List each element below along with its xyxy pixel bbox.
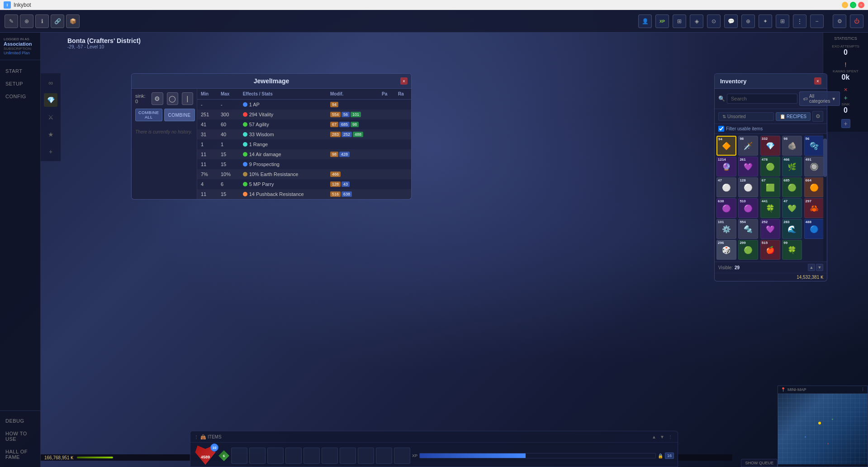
inv-item-18[interactable]: 47 💚 <box>782 198 802 218</box>
item-count-6: 261 <box>740 157 745 162</box>
jewel-slot-3[interactable]: | <box>182 92 193 105</box>
toolbar-star-btn[interactable]: ✦ <box>759 14 772 28</box>
nav-infinity-btn[interactable]: ∞ <box>44 76 57 90</box>
combine-all-button[interactable]: COMBINE ALL <box>135 109 162 121</box>
inventory-nav-up[interactable]: ▲ <box>808 264 815 271</box>
inv-item-21[interactable]: 554 🔩 <box>738 219 758 239</box>
toolbar-dots-btn[interactable]: ⋮ <box>793 14 806 28</box>
jewel-slot-2[interactable]: ◯ <box>167 92 178 105</box>
nav-plus-btn[interactable]: + <box>44 145 57 158</box>
inv-item-14[interactable]: 664 🟠 <box>804 177 824 197</box>
toolbar-box-btn[interactable]: 📦 <box>66 14 80 28</box>
inventory-search-input[interactable] <box>727 94 797 104</box>
inventory-nav-down[interactable]: ▼ <box>816 264 823 271</box>
item-slot-6[interactable] <box>322 448 338 464</box>
toolbar-settings-btn[interactable]: ⚙ <box>833 14 846 28</box>
inv-item-28[interactable]: 99 🍀 <box>782 240 802 260</box>
toolbar-grid2-btn[interactable]: ⊞ <box>776 14 789 28</box>
inv-item-3[interactable]: 98 🪨 <box>782 136 802 156</box>
items-nav-up[interactable]: ▲ <box>650 433 658 440</box>
inv-item-16[interactable]: 510 🟣 <box>738 198 758 218</box>
toolbar-user-btn[interactable]: 👤 <box>638 14 652 28</box>
inventory-gear-btn[interactable]: ⚙ <box>812 111 823 122</box>
close-button[interactable]: × <box>858 2 864 8</box>
item-slot-10[interactable] <box>394 448 410 464</box>
sidebar-item-config[interactable]: CONFIG <box>0 90 40 103</box>
item-slot-4[interactable] <box>285 448 302 464</box>
inv-item-10[interactable]: 47 ⚪ <box>716 177 736 197</box>
toolbar-minus-btn[interactable]: − <box>810 14 824 28</box>
item-slot-1[interactable] <box>231 448 247 464</box>
toolbar-plus-btn[interactable]: ⊕ <box>20 14 33 28</box>
sidebar-item-halloffame[interactable]: HALL OF FAME <box>0 445 40 463</box>
stats-add-btn[interactable]: + <box>841 119 850 128</box>
cell-ra-1 <box>394 110 411 119</box>
inv-item-19[interactable]: 297 🦀 <box>804 198 824 218</box>
filter-usable-checkbox[interactable] <box>718 126 724 132</box>
inv-item-13[interactable]: 685 🟢 <box>782 177 802 197</box>
jewel-window-close[interactable]: × <box>400 77 408 85</box>
inventory-scrollbar[interactable] <box>823 134 827 262</box>
toolbar-plus2-btn[interactable]: ⊕ <box>741 14 755 28</box>
sidebar-item-howto[interactable]: HOW TO USE <box>0 427 40 445</box>
item-slot-9[interactable] <box>376 448 392 464</box>
inv-item-17[interactable]: 441 🍀 <box>760 198 780 218</box>
sidebar-item-setup[interactable]: SETUP <box>0 77 40 90</box>
inv-item-25[interactable]: 296 🎲 <box>716 240 736 260</box>
toolbar-grid-btn[interactable]: ⊞ <box>673 14 686 28</box>
toolbar-target-btn[interactable]: ⊙ <box>707 14 721 28</box>
inv-item-4[interactable]: 56 🫧 <box>804 136 824 156</box>
toolbar-power-btn[interactable]: ⏻ <box>850 14 863 28</box>
minimize-button[interactable]: − <box>842 2 848 8</box>
item-emoji-20: ⚙️ <box>722 225 731 234</box>
inventory-sort-btn[interactable]: ⇅ Unsorted <box>718 112 774 121</box>
sidebar-item-start[interactable]: START <box>0 65 40 77</box>
inv-item-1[interactable]: 98 🗡️ <box>738 136 758 156</box>
items-nav-down[interactable]: ▼ <box>659 433 666 440</box>
show-queue-btn[interactable]: SHOW QUEUE <box>741 459 778 467</box>
items-dots[interactable]: ⋮ <box>667 433 674 440</box>
inv-item-26[interactable]: 299 🟢 <box>738 240 758 260</box>
toolbar-diamond-btn[interactable]: ◈ <box>690 14 703 28</box>
inv-item-22[interactable]: 252 💜 <box>760 219 780 239</box>
inv-item-2[interactable]: 332 💎 <box>760 136 780 156</box>
item-slot-3[interactable] <box>267 448 284 464</box>
maximize-button[interactable]: □ <box>850 2 856 8</box>
nav-sword-btn[interactable]: ⚔ <box>44 110 57 124</box>
inv-item-0[interactable]: 94 🔶 <box>716 136 736 156</box>
item-slot-2[interactable] <box>249 448 266 464</box>
inv-item-24[interactable]: 488 🔵 <box>804 219 824 239</box>
jewel-slot-1[interactable]: ⚙ <box>152 92 163 105</box>
app-icon: I <box>4 1 11 9</box>
toolbar-chat-btn[interactable]: 💬 <box>724 14 738 28</box>
item-slot-5[interactable] <box>304 448 320 464</box>
subscription-label: SUBSCRIPTION: <box>4 47 37 51</box>
toolbar-xp-btn[interactable]: XP <box>655 14 669 28</box>
item-slot-7[interactable] <box>340 448 356 464</box>
inv-item-11[interactable]: 128 ⚪ <box>738 177 758 197</box>
xp-bar-container: XP 🔒 16 <box>412 453 674 459</box>
inv-item-5[interactable]: 1214 🔮 <box>716 157 736 176</box>
item-slot-8[interactable] <box>358 448 374 464</box>
nav-jewel-btn[interactable]: 💎 <box>44 93 57 107</box>
inv-item-20[interactable]: 101 ⚙️ <box>716 219 736 239</box>
inventory-filter-btn[interactable]: 🏷 All categories ▼ <box>799 91 840 106</box>
combine-button[interactable]: COMBINE <box>164 109 195 121</box>
nav-star-btn[interactable]: ★ <box>44 128 57 141</box>
inv-item-23[interactable]: 283 🌊 <box>782 219 802 239</box>
mini-map-menu-icon[interactable]: ⋮ <box>861 387 865 392</box>
toolbar-link-btn[interactable]: 🔗 <box>51 14 64 28</box>
inv-item-6[interactable]: 261 💜 <box>738 157 758 176</box>
sidebar-item-debug[interactable]: DEBUG <box>0 415 40 427</box>
inv-item-9[interactable]: 491 🔘 <box>804 157 824 176</box>
inv-item-7[interactable]: 478 🟢 <box>760 157 780 176</box>
inv-item-8[interactable]: 466 🌿 <box>782 157 802 176</box>
toolbar-info-btn[interactable]: ℹ <box>35 14 49 28</box>
recipes-btn[interactable]: 📋 RECIPES <box>776 112 811 121</box>
inventory-close-btn[interactable]: × <box>814 77 821 85</box>
inv-item-27[interactable]: 515 🍎 <box>760 240 780 260</box>
inv-item-12[interactable]: 67 🟩 <box>760 177 780 197</box>
toolbar-pencil-btn[interactable]: ✎ <box>5 14 18 28</box>
sidebar-bottom: DEBUG HOW TO USE HALL OF FAME <box>0 410 40 467</box>
inv-item-15[interactable]: 638 🟣 <box>716 198 736 218</box>
